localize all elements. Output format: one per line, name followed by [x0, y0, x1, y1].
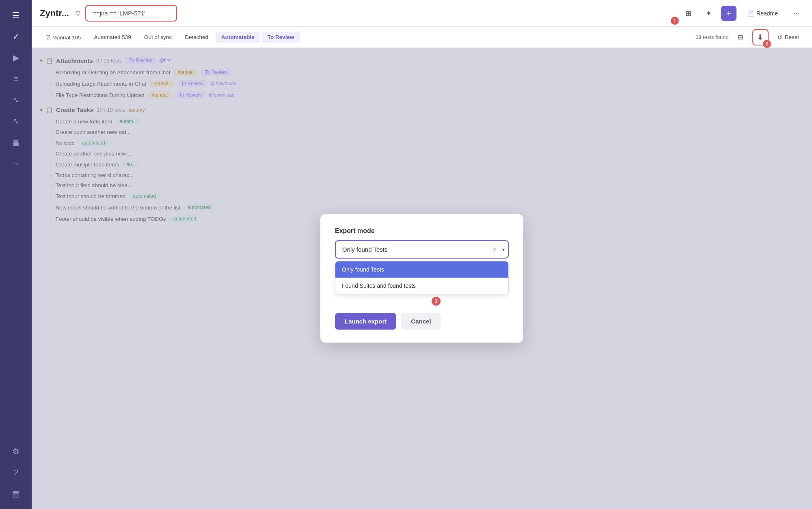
tab-out-of-sync[interactable]: Out of sync	[138, 32, 177, 43]
chart-icon: ∿	[13, 95, 19, 105]
tab-to-review[interactable]: To Review	[262, 32, 300, 43]
sidebar-item-hamburger[interactable]: ☰	[7, 6, 25, 24]
sidebar-item-check[interactable]: ✓	[7, 28, 25, 45]
sparkle-icon-btn[interactable]: ✦	[701, 6, 716, 21]
export-icon: →	[12, 159, 20, 168]
modal-title: Export mode	[335, 227, 509, 235]
export-modal: Export mode × ▾ Only found Tests Found S…	[320, 214, 523, 343]
export-download-btn[interactable]: ⬇ 2	[752, 29, 769, 45]
tab-check-icon: ☑	[45, 35, 51, 41]
cancel-button[interactable]: Cancel	[401, 313, 441, 330]
readme-btn[interactable]: 📄 Readme	[741, 7, 784, 20]
filter-icon[interactable]: ▽	[76, 9, 80, 17]
tab-automated[interactable]: Automated 539	[88, 32, 137, 43]
tests-found-count: 13 tests found	[695, 34, 729, 40]
readme-icon: 📄	[747, 10, 754, 17]
main-area: Zyntr... ▽ 1 ⊞ ✦ + 📄 Readme ··· ☑ Manual…	[32, 0, 812, 509]
add-button[interactable]: +	[721, 6, 736, 21]
search-input[interactable]	[85, 5, 177, 22]
app-header: Zyntr... ▽ 1 ⊞ ✦ + 📄 Readme ···	[32, 0, 812, 27]
chevron-down-icon: ▾	[502, 247, 505, 252]
sidebar-item-table[interactable]: ▦	[7, 133, 25, 151]
modal-badge-3: 3	[432, 297, 441, 306]
select-clear-icon[interactable]: ×	[493, 246, 497, 253]
option-found-suites-and-tests[interactable]: Found Suites and found tests	[335, 278, 508, 294]
sidebar-item-play[interactable]: ▶	[7, 49, 25, 67]
export-mode-select-wrapper: × ▾	[335, 240, 509, 259]
table-icon: ▦	[12, 137, 20, 147]
search-wrapper: 1	[85, 5, 676, 22]
sidebar-item-folder[interactable]: ▤	[7, 485, 25, 503]
more-icon: ···	[793, 9, 799, 17]
reset-btn[interactable]: ↺ Reset	[773, 32, 804, 43]
sidebar-item-pulse[interactable]: ∿	[7, 112, 25, 130]
export-mode-dropdown: Only found Tests Found Suites and found …	[335, 261, 509, 294]
column-icon-btn[interactable]: ⊟	[733, 30, 748, 45]
option-only-found-tests[interactable]: Only found Tests	[335, 261, 508, 278]
sidebar-item-question[interactable]: ?	[7, 464, 25, 481]
sidebar-item-settings[interactable]: ⚙	[7, 442, 25, 460]
tune-icon-btn[interactable]: ⊞	[680, 6, 696, 21]
sidebar-item-chart[interactable]: ∿	[7, 91, 25, 109]
tune-icon: ⊞	[685, 9, 691, 18]
folder-icon: ▤	[12, 489, 20, 498]
settings-icon: ⚙	[12, 446, 19, 456]
check-icon: ✓	[13, 32, 19, 41]
list-icon: ≡	[13, 74, 18, 84]
modal-overlay: Export mode × ▾ Only found Tests Found S…	[32, 48, 812, 509]
export-mode-input[interactable]	[336, 241, 508, 258]
tabs-right: 13 tests found ⊟ ⬇ 2 ↺ Reset	[695, 29, 804, 45]
download-icon: ⬇	[757, 33, 763, 42]
sidebar: ☰ ✓ ▶ ≡ ∿ ∿ ▦ → ⚙ ? ▤	[0, 0, 32, 509]
search-badge-1: 1	[671, 17, 679, 25]
pulse-icon: ∿	[13, 116, 19, 126]
export-badge-2: 2	[763, 40, 771, 48]
more-icon-btn[interactable]: ···	[788, 6, 804, 21]
tab-automatable[interactable]: Automatable	[216, 32, 260, 43]
app-title: Zyntr...	[40, 8, 69, 19]
sidebar-item-export[interactable]: →	[7, 154, 25, 172]
launch-export-button[interactable]: Launch export	[335, 313, 396, 330]
modal-actions: Launch export Cancel	[335, 313, 509, 330]
play-icon: ▶	[13, 53, 19, 63]
sidebar-item-list[interactable]: ≡	[7, 70, 25, 88]
tab-manual[interactable]: ☑ Manual 105	[40, 32, 86, 43]
tabs-bar: ☑ Manual 105 Automated 539 Out of sync D…	[32, 27, 812, 48]
question-icon: ?	[13, 468, 18, 477]
sparkle-icon: ✦	[706, 9, 712, 18]
content-area: ▾ 📋 Attachments 3 / 16 tests To Review @…	[32, 48, 812, 509]
reset-icon: ↺	[777, 34, 782, 41]
tab-detached[interactable]: Detached	[179, 32, 214, 43]
hamburger-icon: ☰	[12, 11, 19, 20]
